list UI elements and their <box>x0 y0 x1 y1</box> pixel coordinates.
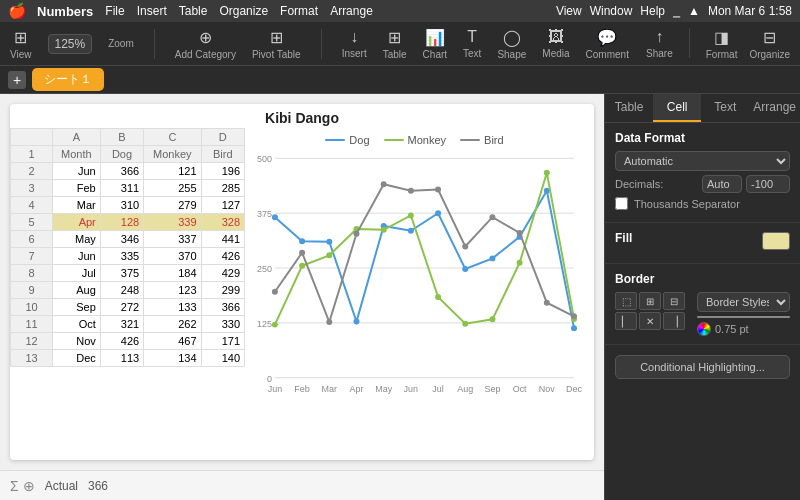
cell-monkey[interactable]: 134 <box>144 350 201 367</box>
cell-dog[interactable]: 426 <box>100 333 143 350</box>
apple-menu[interactable]: 🍎 <box>8 2 27 20</box>
cell-bird[interactable]: 366 <box>201 299 244 316</box>
cell-bird[interactable]: 140 <box>201 350 244 367</box>
rpanel-tab-arrange[interactable]: Arrange <box>749 94 800 122</box>
toolbar-pivot-table[interactable]: ⊞ Pivot Table <box>252 28 301 60</box>
table-row[interactable]: 5Apr128339328 <box>11 214 245 231</box>
cell-bird[interactable]: 429 <box>201 265 244 282</box>
cell-month[interactable]: Mar <box>53 197 101 214</box>
cell-monkey[interactable]: 337 <box>144 231 201 248</box>
cell-dog[interactable]: 366 <box>100 163 143 180</box>
cell-bird[interactable]: 441 <box>201 231 244 248</box>
border-color-picker[interactable] <box>697 322 711 336</box>
table-row[interactable]: 13Dec113134140 <box>11 350 245 367</box>
cell-month[interactable]: May <box>53 231 101 248</box>
cell-month[interactable]: Sep <box>53 299 101 316</box>
cell-monkey[interactable]: 467 <box>144 333 201 350</box>
col-d[interactable]: D <box>201 129 244 146</box>
border-all-icon[interactable]: ⊞ <box>639 292 661 310</box>
cell-dog[interactable]: 310 <box>100 197 143 214</box>
cell-dog[interactable]: 248 <box>100 282 143 299</box>
cell-bird[interactable]: 299 <box>201 282 244 299</box>
cell-monkey[interactable]: 262 <box>144 316 201 333</box>
header-monkey[interactable]: Monkey <box>144 146 201 163</box>
cell-dog[interactable]: 346 <box>100 231 143 248</box>
table-row[interactable]: 9Aug248123299 <box>11 282 245 299</box>
cell-dog[interactable]: 272 <box>100 299 143 316</box>
thousands-checkbox[interactable] <box>615 197 628 210</box>
cell-month[interactable]: Feb <box>53 180 101 197</box>
toolbar-format[interactable]: ◨ Format <box>706 28 738 60</box>
table-row[interactable]: 2Jun366121196 <box>11 163 245 180</box>
table-row[interactable]: 6May346337441 <box>11 231 245 248</box>
toolbar-media[interactable]: 🖼 Media <box>542 28 569 59</box>
cell-bird[interactable]: 285 <box>201 180 244 197</box>
toolbar-shape[interactable]: ◯ Shape <box>497 28 526 60</box>
menu-insert[interactable]: Insert <box>137 4 167 18</box>
cell-month[interactable]: Apr <box>53 214 101 231</box>
cell-monkey[interactable]: 184 <box>144 265 201 282</box>
cell-monkey[interactable]: 121 <box>144 163 201 180</box>
toolbar-table[interactable]: ⊞ Table <box>383 28 407 60</box>
sheet-tab-1[interactable]: シート１ <box>32 68 104 91</box>
toolbar-comment[interactable]: 💬 Comment <box>586 28 629 60</box>
rpanel-tab-cell[interactable]: Cell <box>653 94 701 122</box>
cell-month[interactable]: Oct <box>53 316 101 333</box>
cell-dog[interactable]: 311 <box>100 180 143 197</box>
add-row-icon[interactable]: ⊕ <box>23 478 35 494</box>
decimals-neg-input[interactable] <box>746 175 790 193</box>
cell-bird[interactable]: 196 <box>201 163 244 180</box>
table-row[interactable]: 12Nov426467171 <box>11 333 245 350</box>
table-row[interactable]: 4Mar310279127 <box>11 197 245 214</box>
cell-monkey[interactable]: 255 <box>144 180 201 197</box>
toolbar-insert[interactable]: ↓ Insert <box>342 28 367 59</box>
cell-dog[interactable]: 375 <box>100 265 143 282</box>
cell-monkey[interactable]: 370 <box>144 248 201 265</box>
rpanel-tab-table[interactable]: Table <box>605 94 653 122</box>
cell-month[interactable]: Nov <box>53 333 101 350</box>
cell-bird[interactable]: 330 <box>201 316 244 333</box>
toolbar-text[interactable]: T Text <box>463 28 481 59</box>
cell-bird[interactable]: 426 <box>201 248 244 265</box>
table-row[interactable]: 8Jul375184429 <box>11 265 245 282</box>
cell-bird[interactable]: 127 <box>201 197 244 214</box>
cell-month[interactable]: Jun <box>53 163 101 180</box>
border-outer-icon[interactable]: ⬚ <box>615 292 637 310</box>
cell-monkey[interactable]: 133 <box>144 299 201 316</box>
menu-organize[interactable]: Organize <box>219 4 268 18</box>
toolbar-chart[interactable]: 📊 Chart <box>423 28 447 60</box>
col-b[interactable]: B <box>100 129 143 146</box>
toolbar-share[interactable]: ↑ Share <box>646 28 673 60</box>
cell-bird[interactable]: 171 <box>201 333 244 350</box>
table-row[interactable]: 11Oct321262330 <box>11 316 245 333</box>
border-left-icon[interactable]: ▏ <box>615 312 637 330</box>
table-row[interactable]: 7Jun335370426 <box>11 248 245 265</box>
menu-arrange[interactable]: Arrange <box>330 4 373 18</box>
cell-month[interactable]: Dec <box>53 350 101 367</box>
fill-color-box[interactable] <box>762 232 790 250</box>
header-dog[interactable]: Dog <box>100 146 143 163</box>
menu-view[interactable]: View <box>556 4 582 18</box>
border-none-icon[interactable]: ✕ <box>639 312 661 330</box>
toolbar-view[interactable]: ⊞ View <box>10 28 32 60</box>
cell-month[interactable]: Jul <box>53 265 101 282</box>
cell-month[interactable]: Jun <box>53 248 101 265</box>
table-row[interactable]: 3Feb311255285 <box>11 180 245 197</box>
cell-monkey[interactable]: 279 <box>144 197 201 214</box>
border-style-select[interactable]: Border Styles <box>697 292 790 312</box>
col-a[interactable]: A <box>53 129 101 146</box>
menu-window[interactable]: Window <box>590 4 633 18</box>
header-month[interactable]: Month <box>53 146 101 163</box>
border-inner-icon[interactable]: ⊟ <box>663 292 685 310</box>
sum-icon[interactable]: Σ <box>10 478 19 494</box>
menu-help[interactable]: Help <box>640 4 665 18</box>
cell-monkey[interactable]: 123 <box>144 282 201 299</box>
menu-file[interactable]: File <box>105 4 124 18</box>
table-row[interactable]: 10Sep272133366 <box>11 299 245 316</box>
decimals-input[interactable] <box>702 175 742 193</box>
cell-dog[interactable]: 321 <box>100 316 143 333</box>
border-right-icon[interactable]: ▕ <box>663 312 685 330</box>
menu-format[interactable]: Format <box>280 4 318 18</box>
format-select[interactable]: Automatic <box>615 151 790 171</box>
app-name[interactable]: Numbers <box>37 4 93 19</box>
